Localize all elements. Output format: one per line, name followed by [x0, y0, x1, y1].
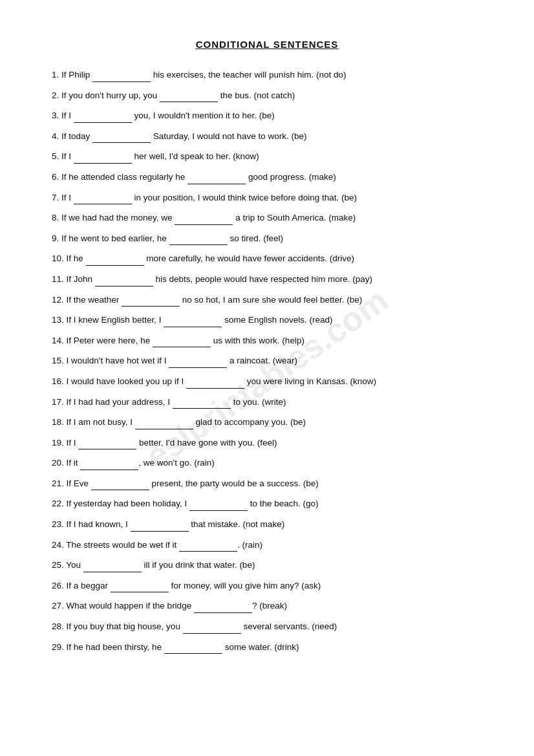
list-item: 6. If he attended class regularly he goo… — [52, 170, 482, 184]
list-item: 25. You ill if you drink that water. (be… — [52, 558, 482, 572]
fill-in-blank — [164, 318, 222, 327]
list-item: 1. If Philip his exercises, the teacher … — [52, 68, 482, 82]
list-item: 24. The streets would be wet if it . (ra… — [52, 538, 482, 552]
fill-in-blank — [74, 114, 132, 123]
fill-in-blank — [78, 440, 136, 449]
list-item: 20. If it , we won't go. (rain) — [52, 456, 482, 470]
list-item: 23. If I had known, I that mistake. (not… — [52, 517, 482, 532]
fill-in-blank — [153, 338, 211, 347]
sentence-list: 1. If Philip his exercises, the teacher … — [52, 68, 482, 654]
list-item: 10. If he more carefully, he would have … — [52, 252, 482, 266]
fill-in-blank — [194, 604, 252, 613]
fill-in-blank — [111, 583, 169, 592]
list-item: 11. If John his debts, people would have… — [52, 272, 482, 286]
list-item: 29. If he had been thirsty, he some wate… — [52, 640, 482, 654]
list-item: 15. I wouldn't have hot wet if I a rainc… — [52, 354, 482, 368]
list-item: 22. If yesterday had been holiday, I to … — [52, 497, 482, 511]
fill-in-blank — [131, 523, 189, 532]
list-item: 19. If I better, I'd have gone with you.… — [52, 436, 482, 450]
fill-in-blank — [95, 277, 153, 286]
fill-in-blank — [164, 645, 222, 654]
list-item: 9. If he went to bed earlier, he so tire… — [52, 232, 482, 246]
list-item: 4. If today Saturday, I would not have t… — [52, 129, 482, 144]
list-item: 26. If a beggar for money, will you give… — [52, 579, 482, 593]
fill-in-blank — [189, 502, 248, 511]
fill-in-blank — [92, 73, 151, 82]
fill-in-blank — [175, 216, 233, 225]
list-item: 18. If I am not busy, I glad to accompan… — [52, 415, 482, 429]
fill-in-blank — [91, 481, 149, 490]
fill-in-blank — [173, 400, 231, 409]
page-title: CONDITIONAL SENTENCES — [52, 39, 482, 50]
fill-in-blank — [135, 420, 193, 429]
list-item: 27. What would happen if the bridge ? (b… — [52, 599, 482, 613]
list-item: 14. If Peter were here, he us with this … — [52, 334, 482, 348]
fill-in-blank — [169, 236, 228, 245]
list-item: 28. If you buy that big house, you sever… — [52, 620, 482, 634]
list-item: 21. If Eve present, the party would be a… — [52, 477, 482, 491]
list-item: 3. If I you, I wouldn't mention it to he… — [52, 109, 482, 123]
fill-in-blank — [74, 155, 132, 164]
fill-in-blank — [186, 380, 244, 389]
fill-in-blank — [179, 543, 237, 552]
list-item: 16. I would have looked you up if I you … — [52, 374, 482, 389]
list-item: 12. If the weather no so hot, I am sure … — [52, 293, 482, 307]
fill-in-blank — [160, 93, 218, 102]
fill-in-blank — [86, 257, 144, 266]
fill-in-blank — [92, 134, 151, 143]
fill-in-blank — [183, 625, 241, 634]
fill-in-blank — [169, 359, 227, 368]
list-item: 13. If I knew English better, I some Eng… — [52, 313, 482, 327]
list-item: 8. If we had had the money, we a trip to… — [52, 211, 482, 225]
fill-in-blank — [83, 563, 142, 572]
list-item: 7. If I in your position, I would think … — [52, 191, 482, 205]
list-item: 2. If you don't hurry up, you the bus. (… — [52, 89, 482, 103]
list-item: 17. If I had had your address, I to you.… — [52, 395, 482, 409]
fill-in-blank — [187, 175, 246, 184]
fill-in-blank — [80, 461, 138, 470]
fill-in-blank — [74, 195, 132, 204]
list-item: 5. If I her well, I'd speak to her. (kno… — [52, 149, 482, 164]
fill-in-blank — [122, 297, 180, 307]
